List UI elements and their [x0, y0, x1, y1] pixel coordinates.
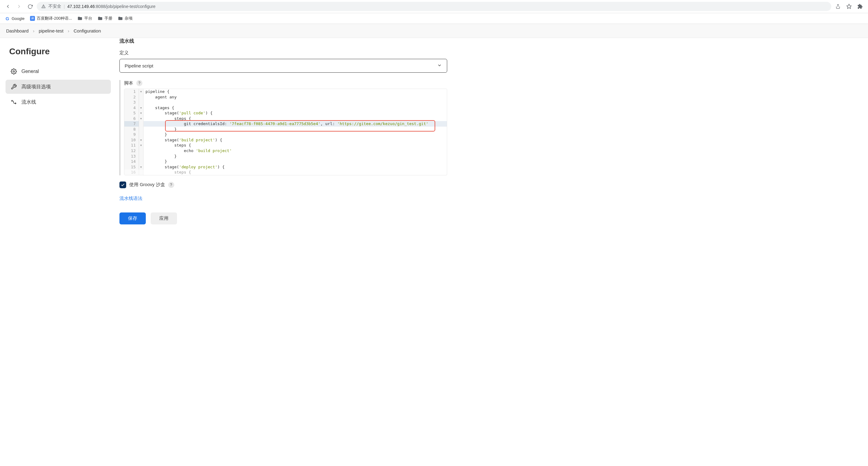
forward-button[interactable]	[15, 2, 23, 11]
code-line[interactable]: 3	[124, 99, 447, 105]
help-sandbox-button[interactable]: ?	[168, 182, 174, 188]
sandbox-checkbox[interactable]	[119, 181, 126, 188]
breadcrumb-dashboard[interactable]: Dashboard	[6, 28, 29, 33]
sidebar-item-pipeline[interactable]: 流水线	[5, 95, 111, 109]
definition-select[interactable]: Pipeline script	[119, 59, 447, 72]
definition-value: Pipeline script	[125, 63, 153, 68]
code-line[interactable]: 15▾ stage('deploy project') {	[124, 164, 447, 170]
share-icon[interactable]	[834, 2, 842, 11]
save-button[interactable]: 保存	[119, 212, 146, 225]
extensions-icon[interactable]	[856, 2, 864, 11]
sidebar: Configure General 高级项目选项 流水线	[0, 38, 116, 237]
folder-icon	[118, 16, 123, 21]
folder-icon	[98, 16, 103, 21]
insecure-label: 不安全	[49, 4, 61, 9]
bookmark-baidu[interactable]: 译 百度翻译-200种语...	[30, 16, 72, 21]
breadcrumb: Dashboard › pipeline-test › Configuratio…	[0, 24, 868, 38]
svg-point-2	[13, 71, 15, 72]
gear-icon	[10, 68, 17, 75]
section-pipeline-title: 流水线	[119, 38, 447, 45]
chevron-right-icon: ›	[33, 28, 34, 33]
code-line[interactable]: 13 }	[124, 154, 447, 159]
sidebar-label-advanced: 高级项目选项	[22, 84, 51, 90]
code-line[interactable]: 9 }	[124, 132, 447, 137]
definition-label: 定义	[119, 50, 447, 56]
address-bar[interactable]: 不安全 | 47.102.149.46:8088/job/pipeline-te…	[37, 2, 831, 11]
bookmarks-bar: G Google 译 百度翻译-200种语... 平台 手册 杂项	[0, 13, 868, 24]
code-line[interactable]: 11▾ steps {	[124, 143, 447, 148]
code-line[interactable]: 14 }	[124, 159, 447, 164]
code-line[interactable]: 5▾ stage('pull code') {	[124, 110, 447, 116]
sidebar-item-advanced[interactable]: 高级项目选项	[5, 80, 111, 94]
breadcrumb-project[interactable]: pipeline-test	[39, 28, 63, 33]
url-text: 47.102.149.46:8088/job/pipeline-test/con…	[67, 4, 156, 9]
code-editor[interactable]: 1▾pipeline {2 agent any34▾ stages {5▾ st…	[124, 89, 447, 175]
code-line[interactable]: 7 git credentialsId: '7feacf78-f085-4470…	[124, 121, 447, 127]
code-line[interactable]: 8 }	[124, 127, 447, 132]
reload-button[interactable]	[26, 2, 34, 11]
code-line[interactable]: 1▾pipeline {	[124, 89, 447, 94]
bookmark-google[interactable]: G Google	[5, 16, 25, 21]
bookmark-platform[interactable]: 平台	[78, 16, 92, 21]
code-line[interactable]: 4▾ stages {	[124, 105, 447, 111]
page-title: Configure	[5, 47, 111, 56]
browser-toolbar: 不安全 | 47.102.149.46:8088/job/pipeline-te…	[0, 0, 868, 13]
code-line[interactable]: 2 agent any	[124, 94, 447, 100]
breadcrumb-current[interactable]: Configuration	[73, 28, 101, 33]
code-line[interactable]: 6▾ steps {	[124, 116, 447, 121]
bookmark-manual[interactable]: 手册	[98, 16, 113, 21]
pipeline-icon	[10, 99, 17, 106]
sidebar-item-general[interactable]: General	[5, 64, 111, 79]
apply-button[interactable]: 应用	[151, 212, 177, 225]
sandbox-label: 使用 Groovy 沙盒	[129, 182, 165, 187]
content-area: 流水线 定义 Pipeline script 脚本 ? 1▾pipeline {…	[116, 38, 453, 237]
google-icon: G	[5, 16, 10, 21]
back-button[interactable]	[4, 2, 12, 11]
code-line[interactable]: 12 echo 'build project'	[124, 148, 447, 154]
wrench-icon	[10, 83, 17, 90]
help-script-button[interactable]: ?	[136, 80, 143, 86]
sidebar-label-general: General	[22, 69, 39, 74]
bookmark-misc[interactable]: 杂项	[118, 16, 133, 21]
chevron-right-icon: ›	[68, 28, 69, 33]
pipeline-syntax-link[interactable]: 流水线语法	[119, 196, 143, 201]
script-label: 脚本	[124, 80, 133, 86]
code-line[interactable]: 16 steps {	[124, 170, 447, 175]
star-icon[interactable]	[845, 2, 853, 11]
sidebar-label-pipeline: 流水线	[22, 99, 36, 106]
translate-icon: 译	[30, 16, 35, 21]
code-line[interactable]: 10▾ stage('build project') {	[124, 137, 447, 143]
chevron-down-icon	[437, 63, 442, 69]
folder-icon	[78, 16, 83, 21]
insecure-icon	[41, 4, 46, 9]
svg-marker-1	[847, 4, 851, 8]
